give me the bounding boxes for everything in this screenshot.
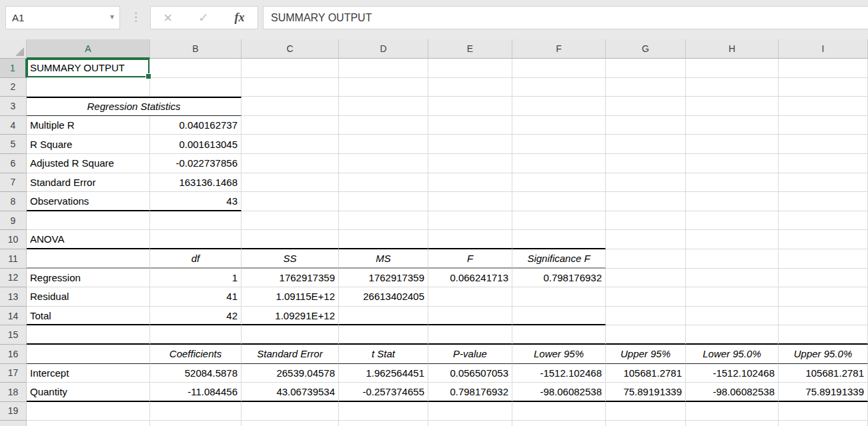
cell-B14[interactable]: 42 <box>150 307 242 326</box>
row-header-18[interactable]: 18 <box>0 383 27 402</box>
cell-G17[interactable]: 105681.2781 <box>606 364 686 383</box>
cell-F19[interactable] <box>512 402 606 421</box>
cell-F17[interactable]: -1512.102468 <box>512 364 606 383</box>
cell-A9[interactable] <box>27 211 150 231</box>
cell-C1[interactable] <box>242 59 339 78</box>
cell-D5[interactable] <box>339 135 428 154</box>
cell-B13[interactable]: 41 <box>150 287 242 307</box>
cell-B15[interactable] <box>150 325 242 345</box>
cell-I2[interactable] <box>779 78 868 97</box>
cell-B6[interactable]: -0.022737856 <box>150 154 242 173</box>
cell-I6[interactable] <box>779 154 868 173</box>
cell-E14[interactable] <box>428 307 512 326</box>
cell-A6[interactable]: Adjusted R Square <box>27 154 150 173</box>
cell-D7[interactable] <box>339 173 428 193</box>
cell-A7[interactable]: Standard Error <box>27 173 150 193</box>
cell-C8[interactable] <box>242 192 339 211</box>
cell-C7[interactable] <box>242 173 339 193</box>
cell-A2[interactable] <box>27 78 150 97</box>
cell-F1[interactable] <box>512 59 606 78</box>
cell-F16[interactable]: Lower 95% <box>512 345 606 364</box>
cell-I14[interactable] <box>779 307 868 326</box>
row-header-2[interactable]: 2 <box>0 78 27 97</box>
cell-F10[interactable] <box>512 230 606 249</box>
cell-E3[interactable] <box>428 97 512 116</box>
col-header-A[interactable]: A <box>27 39 150 59</box>
cell-B5[interactable]: 0.001613045 <box>150 135 242 154</box>
row-header-6[interactable]: 6 <box>0 154 27 173</box>
name-box[interactable]: A1 ▾ <box>5 6 120 29</box>
row-header-1[interactable]: 1 <box>0 59 27 78</box>
cell-I11[interactable] <box>779 249 868 269</box>
cell-B17[interactable]: 52084.5878 <box>150 364 242 383</box>
cell-G1[interactable] <box>606 59 686 78</box>
cell-H20[interactable] <box>686 421 779 426</box>
cell-I17[interactable]: 105681.2781 <box>779 364 868 383</box>
cell-H6[interactable] <box>686 154 779 173</box>
cell-G3[interactable] <box>606 97 686 116</box>
cell-G10[interactable] <box>606 230 686 249</box>
cell-B12[interactable]: 1 <box>150 269 242 288</box>
cell-G20[interactable] <box>606 421 686 426</box>
cell-I19[interactable] <box>779 402 868 421</box>
col-header-D[interactable]: D <box>339 39 428 59</box>
cell-D6[interactable] <box>339 154 428 173</box>
cell-A14[interactable]: Total <box>27 307 150 326</box>
row-header-5[interactable]: 5 <box>0 135 27 154</box>
row-header-9[interactable]: 9 <box>0 211 27 231</box>
col-header-F[interactable]: F <box>512 39 606 59</box>
cell-E13[interactable] <box>428 287 512 307</box>
cell-C2[interactable] <box>242 78 339 97</box>
row-header-20[interactable]: 20 <box>0 421 27 426</box>
cell-C3[interactable] <box>242 97 339 116</box>
cell-E6[interactable] <box>428 154 512 173</box>
cell-F14[interactable] <box>512 307 606 326</box>
cell-H19[interactable] <box>686 402 779 421</box>
cell-H4[interactable] <box>686 116 779 135</box>
cell-B16[interactable]: Coefficients <box>150 345 242 364</box>
cell-B10[interactable] <box>150 230 242 249</box>
row-header-3[interactable]: 3 <box>0 97 27 116</box>
cell-G19[interactable] <box>606 402 686 421</box>
cell-E17[interactable]: 0.056507053 <box>428 364 512 383</box>
cell-I7[interactable] <box>779 173 868 193</box>
cell-F8[interactable] <box>512 192 606 211</box>
row-header-13[interactable]: 13 <box>0 287 27 307</box>
cell-H16[interactable]: Lower 95.0% <box>686 345 779 364</box>
cell-G11[interactable] <box>606 249 686 269</box>
cell-H13[interactable] <box>686 287 779 307</box>
cell-B8[interactable]: 43 <box>150 192 242 211</box>
cell-A8[interactable]: Observations <box>27 192 150 211</box>
cell-A3[interactable]: Regression Statistics <box>27 97 242 116</box>
cell-I13[interactable] <box>779 287 868 307</box>
cell-I9[interactable] <box>779 211 868 231</box>
col-header-B[interactable]: B <box>150 39 242 59</box>
row-header-10[interactable]: 10 <box>0 230 27 249</box>
cell-H5[interactable] <box>686 135 779 154</box>
cell-C12[interactable]: 1762917359 <box>242 269 339 288</box>
cell-I20[interactable] <box>779 421 868 426</box>
cell-F5[interactable] <box>512 135 606 154</box>
cell-F6[interactable] <box>512 154 606 173</box>
cell-C18[interactable]: 43.06739534 <box>242 383 339 402</box>
cell-A15[interactable] <box>27 325 150 345</box>
cell-D16[interactable]: t Stat <box>339 345 428 364</box>
cell-B2[interactable] <box>150 78 242 97</box>
cell-G2[interactable] <box>606 78 686 97</box>
cell-C11[interactable]: SS <box>242 249 339 269</box>
cell-D20[interactable] <box>339 421 428 426</box>
cell-H2[interactable] <box>686 78 779 97</box>
cell-H3[interactable] <box>686 97 779 116</box>
row-header-4[interactable]: 4 <box>0 116 27 135</box>
cell-D15[interactable] <box>339 325 428 345</box>
cell-C15[interactable] <box>242 325 339 345</box>
cell-E18[interactable]: 0.798176932 <box>428 383 512 402</box>
cell-A4[interactable]: Multiple R <box>27 116 150 135</box>
cell-F2[interactable] <box>512 78 606 97</box>
formula-bar[interactable]: SUMMARY OUTPUT <box>263 6 868 29</box>
cell-C20[interactable] <box>242 421 339 426</box>
insert-function-icon[interactable]: fx <box>235 11 245 25</box>
cell-C19[interactable] <box>242 402 339 421</box>
cell-D9[interactable] <box>339 211 428 231</box>
cell-C9[interactable] <box>242 211 339 231</box>
